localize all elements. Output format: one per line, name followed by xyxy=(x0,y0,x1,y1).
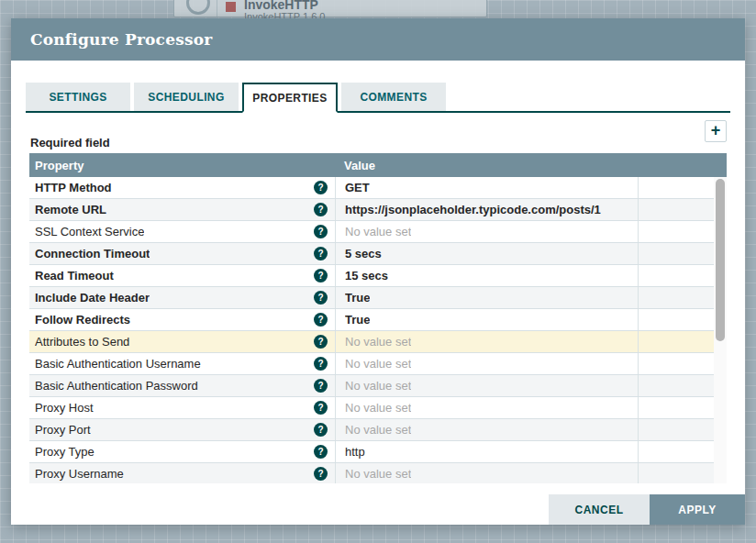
property-row[interactable]: Attributes to Send?No value set xyxy=(29,331,714,353)
property-value-cell[interactable]: http xyxy=(335,441,638,462)
row-extra-cell xyxy=(638,177,714,198)
property-row[interactable]: Read Timeout?15 secs xyxy=(29,265,714,287)
help-icon[interactable]: ? xyxy=(314,203,328,216)
help-icon[interactable]: ? xyxy=(314,401,328,415)
help-icon[interactable]: ? xyxy=(314,225,328,238)
property-name: SSL Context Service xyxy=(35,225,144,238)
help-icon[interactable]: ? xyxy=(314,445,328,459)
tab-scheduling[interactable]: SCHEDULING xyxy=(134,83,239,111)
property-value-cell[interactable]: No value set xyxy=(335,419,638,440)
property-value-cell[interactable]: True xyxy=(335,309,638,330)
property-name-cell: Proxy Host? xyxy=(29,397,335,418)
help-icon[interactable]: ? xyxy=(314,247,328,260)
help-icon[interactable]: ? xyxy=(314,269,328,283)
tab-bar: SETTINGSSCHEDULINGPROPERTIESCOMMENTS xyxy=(26,83,730,113)
property-value: 5 secs xyxy=(345,247,382,260)
property-name-cell: Proxy Username? xyxy=(29,463,335,483)
property-value: No value set xyxy=(345,467,411,481)
column-header-value: Value xyxy=(335,159,638,172)
add-property-button[interactable]: + xyxy=(705,120,727,142)
property-value-cell[interactable]: GET xyxy=(335,177,638,198)
property-row[interactable]: HTTP Method?GET xyxy=(29,177,714,199)
table-header-row: Property Value xyxy=(29,153,727,177)
property-row[interactable]: Proxy Host?No value set xyxy=(29,397,714,419)
property-name-cell: Include Date Header? xyxy=(29,287,335,308)
row-extra-cell xyxy=(638,397,714,418)
background-processor-node: InvokeHTTP InvokeHTTP 1.6.0 xyxy=(173,0,487,17)
help-icon[interactable]: ? xyxy=(314,357,328,371)
property-value: GET xyxy=(345,181,370,194)
dialog-header: Configure Processor xyxy=(11,18,745,61)
configure-processor-dialog: Configure Processor SETTINGSSCHEDULINGPR… xyxy=(11,18,745,525)
plus-icon: + xyxy=(711,122,721,139)
property-value-cell[interactable]: 15 secs xyxy=(335,265,638,286)
property-name-cell: Basic Authentication Username? xyxy=(29,353,335,374)
tab-settings[interactable]: SETTINGS xyxy=(26,83,130,111)
property-name: Remote URL xyxy=(35,203,106,216)
property-row[interactable]: Proxy Port?No value set xyxy=(29,419,714,441)
property-name: Basic Authentication Password xyxy=(35,379,198,393)
help-icon[interactable]: ? xyxy=(314,379,328,393)
row-extra-cell xyxy=(638,353,714,374)
property-row[interactable]: Proxy Type?http xyxy=(29,441,714,463)
property-value-cell[interactable]: No value set xyxy=(335,463,638,483)
help-icon[interactable]: ? xyxy=(314,467,328,481)
property-value-cell[interactable]: 5 secs xyxy=(335,243,638,264)
property-name-cell: Proxy Port? xyxy=(29,419,335,440)
row-extra-cell xyxy=(638,331,714,352)
property-name-cell: HTTP Method? xyxy=(29,177,335,198)
dialog-title: Configure Processor xyxy=(30,30,212,49)
help-icon[interactable]: ? xyxy=(314,181,328,194)
help-icon[interactable]: ? xyxy=(314,291,328,305)
tab-properties[interactable]: PROPERTIES xyxy=(242,83,338,113)
required-field-label: Required field xyxy=(30,136,110,150)
row-extra-cell xyxy=(638,375,714,396)
tab-comments[interactable]: COMMENTS xyxy=(341,83,446,111)
property-value-cell[interactable]: No value set xyxy=(335,397,638,418)
row-extra-cell xyxy=(638,309,714,330)
help-icon[interactable]: ? xyxy=(314,313,328,327)
cancel-button[interactable]: CANCEL xyxy=(549,494,650,525)
property-row[interactable]: Include Date Header?True xyxy=(29,287,714,309)
processor-type-icon xyxy=(186,0,210,15)
property-value: No value set xyxy=(345,335,411,349)
property-value-cell[interactable]: No value set xyxy=(335,353,638,374)
property-row[interactable]: SSL Context Service?No value set xyxy=(29,221,714,243)
properties-table: Property Value HTTP Method?GETRemote URL… xyxy=(29,153,727,483)
property-value-cell[interactable]: https://jsonplaceholder.typicode.com/pos… xyxy=(335,199,638,220)
apply-button[interactable]: APPLY xyxy=(650,494,745,525)
row-extra-cell xyxy=(638,441,714,462)
property-name: Basic Authentication Username xyxy=(35,357,201,371)
property-value-cell[interactable]: No value set xyxy=(335,331,638,352)
property-name-cell: SSL Context Service? xyxy=(29,221,335,242)
property-name-cell: Attributes to Send? xyxy=(29,331,335,352)
property-name: Read Timeout xyxy=(35,269,114,283)
property-value: http xyxy=(345,445,365,459)
property-value-cell[interactable]: No value set xyxy=(335,221,638,242)
nifi-canvas: { "background": { "processor": { "title"… xyxy=(0,0,756,543)
table-scrollbar-track[interactable] xyxy=(714,177,727,483)
row-extra-cell xyxy=(638,243,714,264)
help-icon[interactable]: ? xyxy=(314,423,328,437)
property-row[interactable]: Basic Authentication Username?No value s… xyxy=(29,353,714,375)
property-name-cell: Follow Redirects? xyxy=(29,309,335,330)
property-row[interactable]: Proxy Username?No value set xyxy=(29,463,714,483)
property-row[interactable]: Follow Redirects?True xyxy=(29,309,714,331)
property-name: Proxy Host xyxy=(35,401,94,415)
row-extra-cell xyxy=(638,265,714,286)
property-value: True xyxy=(345,291,370,305)
property-value: No value set xyxy=(345,423,411,437)
table-scrollbar-thumb[interactable] xyxy=(716,179,725,341)
property-value-cell[interactable]: No value set xyxy=(335,375,638,396)
property-name-cell: Read Timeout? xyxy=(29,265,335,286)
property-row[interactable]: Connection Timeout?5 secs xyxy=(29,243,714,265)
row-extra-cell xyxy=(638,419,714,440)
property-row[interactable]: Remote URL?https://jsonplaceholder.typic… xyxy=(29,199,714,221)
property-name-cell: Proxy Type? xyxy=(29,441,335,462)
help-icon[interactable]: ? xyxy=(314,335,328,349)
property-value-cell[interactable]: True xyxy=(335,287,638,308)
property-name: Proxy Username xyxy=(35,467,124,481)
property-name: Connection Timeout xyxy=(35,247,150,260)
property-row[interactable]: Basic Authentication Password?No value s… xyxy=(29,375,714,397)
property-name: Attributes to Send xyxy=(35,335,129,349)
